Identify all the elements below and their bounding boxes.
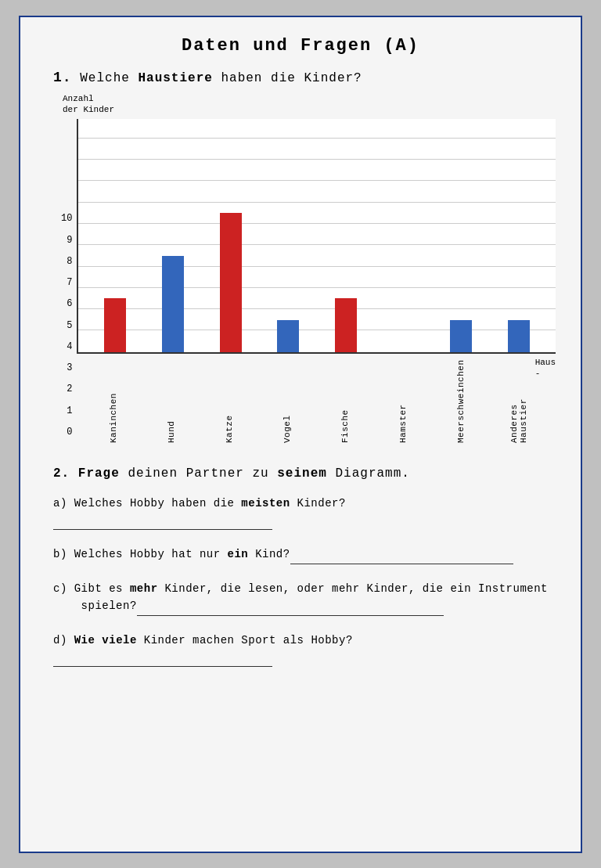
y-tick-1: 1 — [67, 400, 72, 421]
y-tick-10: 10 — [61, 208, 72, 229]
worksheet-page: Daten und Fragen (A) 1. Welche Haustiere… — [19, 16, 582, 853]
y-tick-2: 2 — [67, 379, 72, 400]
bar-fische-red — [335, 298, 357, 351]
q2-text-post: Diagramm. — [327, 466, 410, 481]
bar-hund-blue — [162, 256, 184, 352]
x-label-anderes: Anderes Haustier — [509, 357, 528, 443]
q2-number: 2. — [53, 466, 70, 481]
y-tick-8: 8 — [67, 250, 72, 272]
x-label-group-anderes: Anderes Haustier Haus- — [490, 357, 548, 443]
qa-d-label: d) Wie viele Kinder machen Sport als Hob… — [53, 634, 353, 664]
y-tick-9: 9 — [67, 229, 72, 250]
chart-section: Anzahl der Kinder 0 1 2 3 4 5 6 7 8 9 10 — [45, 93, 556, 443]
bar-group-fische — [317, 119, 375, 352]
qa-c-label: c) Gibt es mehr Kinder, die lesen, oder … — [53, 582, 548, 612]
q1-number: 1. — [53, 70, 72, 85]
qa-b-answer[interactable] — [290, 546, 513, 564]
bar-group-hund — [144, 119, 202, 352]
bar-group-katze — [202, 119, 260, 352]
q1-text-pre: Welche — [80, 71, 138, 85]
page-title: Daten und Fragen (A) — [45, 36, 556, 56]
chart-area: 0 1 2 3 4 5 6 7 8 9 10 — [61, 119, 556, 443]
x-label-group-hund: Hund — [142, 357, 200, 443]
x-label-group-meerschweinchen: Meerschweinchen — [432, 357, 490, 443]
x-axis-haus-label: Haus- — [535, 357, 556, 380]
bar-vogel-blue — [277, 320, 299, 352]
qa-item-b: b) Welches Hobby hat nur ein Kind? — [53, 546, 556, 564]
y-axis: 0 1 2 3 4 5 6 7 8 9 10 — [61, 208, 72, 443]
qa-b-label: b) Welches Hobby hat nur ein Kind? — [53, 548, 513, 560]
bar-katze-red — [220, 213, 242, 351]
bar-kaninchen-red — [104, 298, 126, 351]
x-label-group-fische: Fische — [316, 357, 374, 443]
chart-grid — [77, 119, 556, 354]
y-tick-5: 5 — [67, 315, 72, 336]
bar-anderes-blue — [508, 320, 530, 352]
bar-group-anderes — [490, 119, 548, 352]
qa-a-label: a) Welches Hobby haben die meisten Kinde… — [53, 497, 346, 527]
x-label-meerschweinchen: Meerschweinchen — [456, 357, 466, 443]
bar-group-vogel — [260, 119, 318, 352]
bar-meerschweinchen-blue — [450, 320, 472, 352]
qa-c-answer[interactable] — [137, 597, 444, 615]
x-label-vogel: Vogel — [283, 357, 292, 443]
q1-text-bold: Haustiere — [138, 71, 212, 85]
y-tick-3: 3 — [67, 358, 72, 379]
bar-group-kaninchen — [86, 119, 144, 352]
q2-frage: Frage — [78, 466, 120, 481]
x-label-group-vogel: Vogel — [258, 357, 316, 443]
x-label-group-kaninchen: Kaninchen — [85, 357, 142, 443]
y-tick-7: 7 — [67, 272, 72, 293]
y-axis-label: Anzahl der Kinder — [63, 93, 556, 116]
x-label-fische: Fische — [340, 357, 350, 443]
q2-text-rest: deinen Partner zu — [120, 466, 277, 481]
bar-group-hamster — [375, 119, 433, 352]
bars-row — [78, 119, 556, 352]
x-labels: Kaninchen Hund Katze Vogel Fische — [77, 357, 556, 443]
question1-heading: 1. Welche Haustiere haben die Kinder? — [53, 70, 556, 85]
x-label-hamster: Hamster — [398, 357, 408, 443]
qa-item-d: d) Wie viele Kinder machen Sport als Hob… — [53, 632, 556, 668]
y-tick-0: 0 — [67, 421, 72, 442]
x-label-katze: Katze — [225, 357, 234, 443]
x-label-group-katze: Katze — [200, 357, 258, 443]
q1-text-post: haben die Kinder? — [213, 71, 362, 85]
section2: 2. Frage deinen Partner zu seinem Diagra… — [53, 466, 556, 668]
x-label-group-hamster: Hamster — [374, 357, 432, 443]
x-label-hund: Hund — [167, 357, 176, 443]
y-tick-4: 4 — [67, 336, 72, 357]
chart-container: Anzahl der Kinder 0 1 2 3 4 5 6 7 8 9 10 — [61, 93, 556, 443]
qa-item-a: a) Welches Hobby haben die meisten Kinde… — [53, 495, 556, 531]
bar-group-meerschweinchen — [433, 119, 491, 352]
x-label-kaninchen: Kaninchen — [109, 357, 118, 443]
question2-heading: 2. Frage deinen Partner zu seinem Diagra… — [53, 466, 556, 481]
grid-and-bars: Kaninchen Hund Katze Vogel Fische — [77, 119, 556, 443]
qa-d-answer[interactable] — [53, 649, 272, 667]
qa-a-answer[interactable] — [53, 512, 272, 530]
y-tick-6: 6 — [67, 294, 72, 315]
qa-item-c: c) Gibt es mehr Kinder, die lesen, oder … — [53, 580, 556, 616]
q2-seinem: seinem — [277, 466, 327, 481]
